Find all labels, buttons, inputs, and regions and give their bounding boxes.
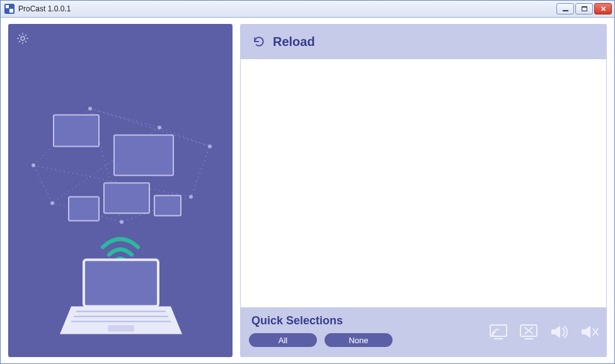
svg-rect-11 (69, 197, 99, 221)
titlebar: ProCast 1.0.0.1 ✕ (0, 0, 615, 18)
right-area: Reload Quick Selections All None (240, 24, 607, 357)
svg-point-1 (32, 164, 35, 168)
window-title: ProCast 1.0.0.1 (18, 4, 71, 13)
svg-point-2 (88, 107, 92, 111)
svg-point-5 (189, 195, 193, 199)
svg-rect-10 (104, 183, 149, 213)
mute-icon[interactable] (579, 322, 599, 342)
window-buttons: ✕ (556, 3, 612, 14)
maximize-button[interactable] (575, 3, 593, 14)
broadcast-illustration (8, 55, 233, 357)
svg-rect-12 (154, 196, 181, 216)
svg-point-0 (21, 37, 25, 40)
reload-label[interactable]: Reload (273, 35, 315, 49)
svg-rect-8 (54, 115, 99, 147)
svg-point-20 (492, 334, 494, 336)
select-all-button[interactable]: All (249, 333, 317, 347)
select-none-button[interactable]: None (325, 333, 393, 347)
client-area: Reload Quick Selections All None (0, 18, 615, 364)
quick-selections-label: Quick Selections (251, 314, 343, 327)
cast-icon[interactable] (488, 322, 509, 342)
left-panel (8, 24, 233, 357)
app-icon (4, 4, 14, 14)
stop-cast-icon[interactable] (519, 322, 539, 342)
close-button[interactable]: ✕ (594, 3, 612, 14)
reload-bar: Reload (240, 24, 607, 59)
gear-icon[interactable] (16, 31, 30, 45)
reload-icon[interactable] (253, 35, 265, 48)
svg-point-7 (50, 202, 54, 205)
bottom-bar: Quick Selections All None (240, 308, 607, 357)
svg-point-6 (120, 220, 124, 224)
device-list (240, 59, 607, 308)
volume-icon[interactable] (549, 322, 569, 342)
action-icons (488, 322, 599, 342)
svg-rect-9 (114, 135, 173, 176)
quick-selection-buttons: All None (249, 333, 393, 347)
minimize-button[interactable] (556, 3, 574, 14)
laptop-graphic (60, 260, 182, 334)
svg-point-3 (158, 126, 161, 130)
svg-rect-17 (108, 326, 134, 332)
svg-point-4 (208, 145, 212, 149)
svg-rect-13 (84, 260, 158, 307)
